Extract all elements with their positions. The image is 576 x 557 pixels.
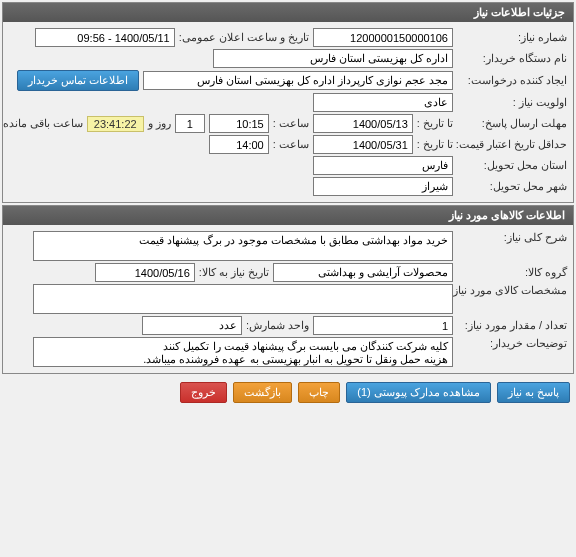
- action-bar: پاسخ به نیاز مشاهده مدارک پیوستی (1) چاپ…: [0, 376, 576, 409]
- label-buyer-name: نام دستگاه خریدار:: [457, 52, 567, 65]
- need-desc-field[interactable]: [33, 231, 453, 261]
- label-hour-2: ساعت :: [273, 138, 309, 151]
- label-reply-deadline: مهلت ارسال پاسخ:: [457, 117, 567, 130]
- label-priority: اولویت نیاز :: [457, 96, 567, 109]
- view-attach-button[interactable]: مشاهده مدارک پیوستی (1): [346, 382, 491, 403]
- goods-group-field[interactable]: [273, 263, 453, 282]
- back-button[interactable]: بازگشت: [233, 382, 292, 403]
- label-requester: ایجاد کننده درخواست:: [457, 74, 567, 87]
- reply-date-field[interactable]: [313, 114, 413, 133]
- label-buyer-notes: توضیحات خریدار:: [457, 337, 567, 350]
- goods-info-body: شرح کلی نیاز: گروه کالا: تاریخ نیاز به ک…: [3, 225, 573, 373]
- label-qty: تعداد / مقدار مورد نیاز:: [457, 319, 567, 332]
- province-field[interactable]: [313, 156, 453, 175]
- goods-date-field[interactable]: [95, 263, 195, 282]
- qty-field[interactable]: [313, 316, 453, 335]
- requester-field[interactable]: [143, 71, 453, 90]
- exit-button[interactable]: خروج: [180, 382, 227, 403]
- need-no-field[interactable]: [313, 28, 453, 47]
- label-need-no: شماره نیاز:: [457, 31, 567, 44]
- goods-info-panel: اطلاعات کالاهای مورد نیاز شرح کلی نیاز: …: [2, 205, 574, 374]
- label-city: شهر محل تحویل:: [457, 180, 567, 193]
- label-min-valid: حداقل تاریخ اعتبار قیمت:: [457, 138, 567, 151]
- label-days-and: روز و: [148, 117, 171, 130]
- valid-date-field[interactable]: [313, 135, 413, 154]
- label-unit: واحد شمارش:: [246, 319, 309, 332]
- label-goods-spec: مشخصات کالای مورد نیاز:: [457, 284, 567, 297]
- reply-need-button[interactable]: پاسخ به نیاز: [497, 382, 570, 403]
- goods-info-header: اطلاعات کالاهای مورد نیاز: [3, 206, 573, 225]
- valid-time-field[interactable]: [209, 135, 269, 154]
- reply-time-field[interactable]: [209, 114, 269, 133]
- label-until-date-1: تا تاریخ :: [417, 117, 453, 130]
- label-public-dt: تاریخ و ساعت اعلان عمومی:: [179, 31, 309, 44]
- label-goods-group: گروه کالا:: [457, 266, 567, 279]
- label-time-left: ساعت باقی مانده: [3, 117, 83, 130]
- priority-field[interactable]: [313, 93, 453, 112]
- need-info-panel: جزئیات اطلاعات نیاز شماره نیاز: تاریخ و …: [2, 2, 574, 203]
- need-info-header: جزئیات اطلاعات نیاز: [3, 3, 573, 22]
- unit-field[interactable]: [142, 316, 242, 335]
- time-left-timer: 23:41:22: [87, 116, 144, 132]
- buyer-notes-field[interactable]: [33, 337, 453, 367]
- print-button[interactable]: چاپ: [298, 382, 340, 403]
- label-need-desc: شرح کلی نیاز:: [457, 231, 567, 244]
- label-goods-date: تاریخ نیاز به کالا:: [199, 266, 269, 279]
- need-info-body: شماره نیاز: تاریخ و ساعت اعلان عمومی: نا…: [3, 22, 573, 202]
- buyer-name-field[interactable]: [213, 49, 453, 68]
- label-until-date-2: تا تاریخ :: [417, 138, 453, 151]
- days-left-field[interactable]: [175, 114, 205, 133]
- contact-buyer-button[interactable]: اطلاعات تماس خریدار: [17, 70, 139, 91]
- public-dt-field[interactable]: [35, 28, 175, 47]
- goods-spec-field[interactable]: [33, 284, 453, 314]
- label-hour-1: ساعت :: [273, 117, 309, 130]
- label-province: استان محل تحویل:: [457, 159, 567, 172]
- city-field[interactable]: [313, 177, 453, 196]
